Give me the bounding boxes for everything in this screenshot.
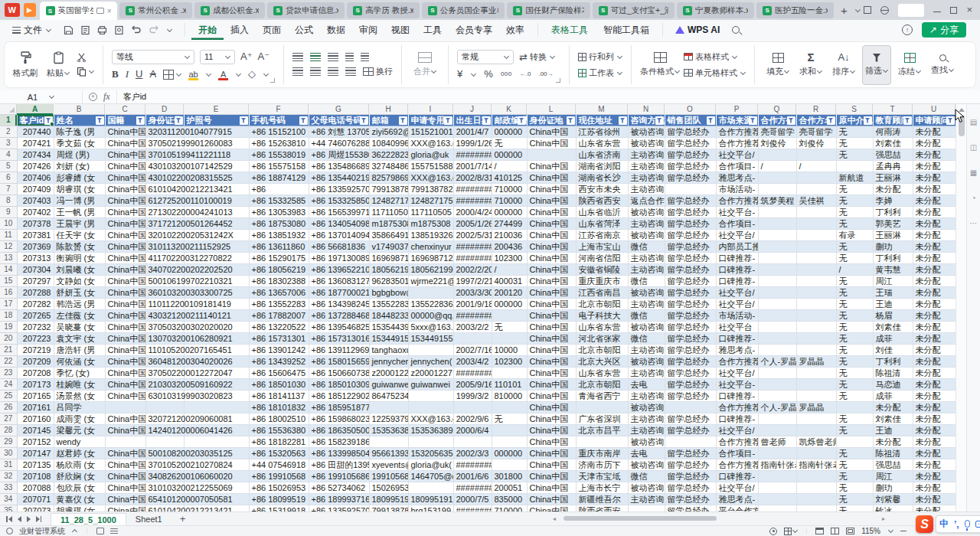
cell-D12[interactable]: 310113200211152925 bbox=[145, 241, 184, 253]
hscroll-right-icon[interactable]: ▸ bbox=[882, 515, 885, 522]
cell-P3[interactable]: 合作方推荐 bbox=[716, 138, 758, 149]
align-center-icon[interactable] bbox=[310, 67, 321, 76]
file-tab[interactable]: S可过_支付宝+_滴滴 bbox=[593, 2, 675, 18]
cell-S1[interactable]: 原中介机 bbox=[836, 115, 873, 126]
sidebar-window-icon[interactable]: ◫ bbox=[970, 143, 977, 152]
cell-D1[interactable]: 身份证号 bbox=[145, 115, 184, 126]
cell-J7[interactable]: ######## bbox=[453, 184, 492, 195]
cell-D17[interactable]: 110112200109181419 bbox=[145, 299, 184, 310]
cell-O21[interactable]: 留学总经办 bbox=[665, 345, 716, 356]
column-header-G[interactable]: G bbox=[309, 104, 369, 115]
align-top-icon[interactable] bbox=[292, 53, 303, 61]
cell-H24[interactable]: guiwanwei bbox=[369, 379, 408, 391]
cell-U30[interactable]: 未分配 bbox=[913, 448, 956, 459]
increase-indent-icon[interactable] bbox=[361, 53, 369, 61]
cell-P8[interactable]: 合作方推荐 bbox=[716, 195, 758, 207]
cell-R14[interactable] bbox=[796, 264, 836, 276]
cell-R16[interactable] bbox=[796, 287, 836, 299]
cell-A14[interactable]: 207304 bbox=[17, 264, 54, 276]
cell-M15[interactable]: 重庆重庆市 bbox=[576, 276, 628, 287]
cell-O15[interactable]: 留学总经办 bbox=[665, 276, 716, 287]
cell-Q22[interactable]: 个人-罗晶 bbox=[758, 356, 796, 368]
cell-B14[interactable]: 刘晨曦 (女 bbox=[54, 264, 105, 276]
cell-T30[interactable]: 陈祖清 bbox=[873, 448, 913, 459]
cell-M5[interactable]: 湖南省浏阳 bbox=[576, 161, 628, 172]
cell-R6[interactable] bbox=[796, 172, 836, 184]
cell-F2[interactable]: +86 15152100 bbox=[249, 126, 309, 138]
cell-B23[interactable]: 季忆 (女) bbox=[54, 368, 105, 379]
cell-Q13[interactable] bbox=[758, 253, 796, 264]
cell-S31[interactable]: 无 bbox=[836, 459, 873, 471]
cell-K16[interactable]: 200120 bbox=[492, 287, 527, 299]
cell-T2[interactable]: 何雨涛 bbox=[873, 126, 913, 138]
cell-J18[interactable]: ######## bbox=[453, 310, 492, 322]
cell-G12[interactable]: +86 56681836 bbox=[309, 241, 369, 253]
layout-icon[interactable] bbox=[864, 6, 871, 14]
cell-R4[interactable] bbox=[796, 149, 836, 161]
cell-F11[interactable]: +86 13851932 bbox=[249, 230, 309, 241]
cell-T25[interactable]: 成菲 bbox=[873, 391, 913, 402]
cell-Q5[interactable]: / bbox=[758, 161, 796, 172]
cell-O3[interactable]: 留学总经办 bbox=[665, 138, 716, 149]
cell-B7[interactable]: 胡睿琪 (女 bbox=[54, 184, 105, 195]
cell-K3[interactable]: 无 bbox=[492, 138, 527, 149]
cell-R23[interactable] bbox=[796, 368, 836, 379]
cell-B1[interactable]: 姓名 bbox=[54, 115, 105, 126]
cell-J22[interactable]: 2003/4/2 bbox=[453, 356, 492, 368]
percent-icon[interactable]: % bbox=[484, 69, 493, 80]
cell-N9[interactable]: 被动咨询 bbox=[628, 207, 665, 218]
cell-P29[interactable]: 合作方推荐 bbox=[716, 436, 758, 448]
cell-J8[interactable]: ######## bbox=[453, 195, 492, 207]
cell-P20[interactable]: 口碑推荐- bbox=[716, 333, 758, 345]
cell-Q30[interactable] bbox=[758, 448, 796, 459]
cell-U1[interactable]: 申请顾问 bbox=[913, 115, 956, 126]
cell-C27[interactable]: China中国 bbox=[105, 413, 145, 425]
cell-U8[interactable]: 未分配 bbox=[913, 195, 956, 207]
cell-T6[interactable]: 王丽淋 bbox=[873, 172, 913, 184]
column-header-J[interactable]: J bbox=[453, 104, 492, 115]
copy-icon[interactable] bbox=[77, 67, 87, 77]
cell-E26[interactable] bbox=[184, 402, 249, 413]
file-tab[interactable]: S成都公积金.xlsx bbox=[194, 2, 265, 18]
cell-Q2[interactable]: 亮哥留学 bbox=[758, 126, 796, 138]
cell-N1[interactable]: 咨询方式 bbox=[628, 115, 665, 126]
cell-O30[interactable]: 留学总经办 bbox=[665, 448, 716, 459]
cell-T11[interactable]: 王丽淋 bbox=[873, 230, 913, 241]
cell-S23[interactable]: 无 bbox=[836, 368, 873, 379]
cell-I24[interactable]: guiwanwei bbox=[408, 379, 453, 391]
thousands-icon[interactable]: 000 bbox=[501, 69, 512, 80]
filter-dropdown-button[interactable] bbox=[444, 116, 452, 125]
cell-K8[interactable]: 710000 bbox=[492, 195, 527, 207]
cell-R30[interactable] bbox=[796, 448, 836, 459]
cell-C9[interactable]: China中国 bbox=[105, 207, 145, 218]
cell-R1[interactable]: 合作方名 bbox=[796, 115, 836, 126]
cell-F1[interactable]: 手机号码 bbox=[249, 115, 309, 126]
cell-A7[interactable]: 207409 bbox=[17, 184, 54, 195]
filter-dropdown-button[interactable] bbox=[903, 116, 912, 125]
file-tab[interactable]: S宁夏教师样本.xlsx bbox=[677, 2, 754, 18]
italic-icon[interactable]: I bbox=[126, 69, 129, 80]
cell-U29[interactable]: 未分配 bbox=[913, 436, 956, 448]
cell-H29[interactable] bbox=[369, 436, 408, 448]
cell-N6[interactable]: 主动咨询 bbox=[628, 172, 665, 184]
decrease-font-icon[interactable]: A⁻ bbox=[258, 51, 270, 62]
row-header-32[interactable]: 32 bbox=[0, 471, 17, 482]
cell-N18[interactable]: 微信 bbox=[628, 310, 665, 322]
cell-F15[interactable]: +86 18302388 bbox=[249, 276, 309, 287]
cell-D33[interactable]: 310103200212255069 bbox=[145, 482, 184, 494]
page-break-view-icon[interactable] bbox=[831, 528, 839, 534]
cell-O13[interactable]: 留学总经办 bbox=[665, 253, 716, 264]
cell-P1[interactable]: 市场来源 bbox=[716, 115, 758, 126]
cell-L23[interactable]: China中国 bbox=[527, 368, 576, 379]
cell-B32[interactable]: 舒欣娴 (女 bbox=[54, 471, 105, 482]
cell-K21[interactable]: 10000 bbox=[492, 345, 527, 356]
cell-R21[interactable] bbox=[796, 345, 836, 356]
cell-K25[interactable]: 810000 bbox=[492, 391, 527, 402]
cell-B12[interactable]: 陈歆赟 (女 bbox=[54, 241, 105, 253]
cell-H4[interactable]: 362228235 bbox=[369, 149, 408, 161]
cell-T17[interactable]: 王迪 bbox=[873, 299, 913, 310]
cell-G20[interactable]: +86 1573130169 bbox=[309, 333, 369, 345]
cell-T20[interactable]: 成菲 bbox=[873, 333, 913, 345]
cell-F6[interactable]: +86 18874129 bbox=[249, 172, 309, 184]
minimize-button[interactable] bbox=[933, 11, 941, 12]
